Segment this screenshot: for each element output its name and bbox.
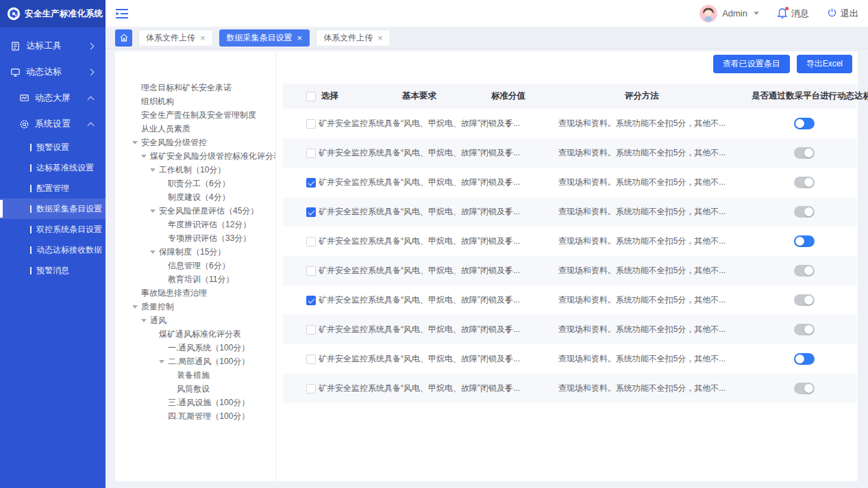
sidebar-item-standards-tools[interactable]: 达标工具 (0, 33, 106, 59)
dynamic-standard-toggle[interactable] (794, 206, 815, 218)
tree-expand-caret-icon[interactable] (132, 141, 141, 144)
tree-node[interactable]: 通风 (115, 313, 275, 327)
tab-close-icon[interactable]: × (297, 34, 303, 42)
tree-node[interactable]: 安全风险便是评估（45分） (115, 204, 275, 218)
dynamic-standard-toggle[interactable] (794, 147, 815, 159)
tab-close-icon[interactable]: × (377, 34, 383, 42)
select-all-checkbox[interactable] (306, 92, 316, 101)
tab-bar-tabs: 体系文件上传×数据采集条目设置×体系文件上传× (138, 29, 390, 47)
sidebar-item-system-settings[interactable]: 系统设置 (0, 111, 106, 137)
home-button[interactable] (115, 29, 132, 47)
row-checkbox[interactable] (306, 384, 316, 394)
cell-score: 6 (484, 119, 532, 129)
sidebar-subitem-4[interactable]: 数据采集条目设置 (0, 198, 106, 219)
tree-node[interactable]: 质量控制 (115, 300, 275, 313)
row-checkbox[interactable] (306, 149, 316, 158)
sidebar-item-dynamic-standards[interactable]: 动态达标 (0, 59, 106, 85)
tab-3[interactable]: 体系文件上传× (316, 29, 390, 47)
sidebar-subitem-7[interactable]: 预警消息 (0, 260, 106, 281)
tree-node[interactable]: 理念目标和矿长安全承诺 (115, 81, 275, 94)
sidebar-subitem-1[interactable]: 预警设置 (0, 137, 106, 157)
row-checkbox[interactable] (306, 119, 316, 129)
row-checkbox[interactable] (306, 296, 316, 305)
dynamic-standard-toggle[interactable] (794, 353, 815, 365)
tree-expand-caret-icon[interactable] (159, 360, 168, 363)
tree-expand-caret-icon[interactable] (150, 168, 159, 172)
tree-node[interactable]: 风筒敷设 (115, 382, 275, 396)
sidebar-subitem-5[interactable]: 双控系统条目设置 (0, 219, 106, 240)
sidebar-item-label: 动态大屏 (35, 92, 71, 104)
dynamic-standard-toggle[interactable] (794, 265, 815, 277)
user-menu[interactable]: Admin (699, 5, 759, 23)
tree-node[interactable]: 安全风险分级管控 (115, 136, 275, 149)
tree-node[interactable]: 装备措施 (115, 368, 275, 382)
power-icon (827, 8, 837, 20)
tree-node-label: 专项辨识评估（33分） (168, 233, 251, 244)
tree-node[interactable]: 信息管理（6分） (115, 259, 275, 272)
tree-node[interactable]: 专项辨识评估（33分） (115, 231, 275, 245)
dynamic-standard-toggle[interactable] (794, 118, 815, 129)
row-checkbox[interactable] (306, 266, 316, 276)
tree-expand-caret-icon[interactable] (132, 305, 141, 309)
cell-score: 6 (484, 178, 532, 188)
avatar (699, 5, 717, 23)
dynamic-standard-toggle[interactable] (794, 235, 815, 247)
dynamic-standard-toggle[interactable] (794, 294, 815, 306)
tree-node[interactable]: 职责分工（6分） (115, 177, 275, 190)
tree-node[interactable]: 事故隐患排查治理 (115, 286, 275, 300)
tab-1[interactable]: 体系文件上传× (138, 29, 213, 47)
row-checkbox[interactable] (306, 207, 316, 217)
cell-method: 查现场和资料。系统功能不全扣5分，其他不... (532, 265, 752, 277)
tree-expand-caret-icon[interactable] (150, 209, 159, 213)
sidebar-item-dynamic-bigscreen[interactable]: 动态大屏 (0, 85, 106, 111)
tree-node[interactable]: 保障制度（15分） (115, 245, 275, 259)
tree-node[interactable]: 二.局部通风（100分） (115, 355, 275, 368)
tree-node[interactable]: 一.通风系统（100分） (115, 341, 275, 355)
row-checkbox[interactable] (306, 355, 316, 364)
tree-expand-caret-icon[interactable] (150, 251, 159, 254)
row-checkbox[interactable] (306, 325, 316, 335)
tree-expand-caret-icon[interactable] (141, 319, 150, 322)
sidebar: 安全生产标准化系统 达标工具 (0, 0, 106, 488)
sidebar-subitem-6[interactable]: 动态达标接收数据 (0, 240, 106, 260)
tree-node-label: 风筒敷设 (177, 383, 210, 395)
tree-node[interactable]: 工作机制（10分） (115, 163, 275, 177)
tree-node[interactable]: 组织机构 (115, 94, 275, 108)
tree-node-label: 安全风险便是评估（45分） (159, 205, 258, 217)
tree-node-label: 从业人员素质 (141, 123, 190, 135)
tree-node[interactable]: 教育培训（11分） (115, 272, 275, 286)
sidebar-subitem-3[interactable]: 配置管理 (0, 178, 106, 198)
tree-node-label: 年度辨识评估（12分） (168, 219, 251, 231)
dynamic-standard-toggle[interactable] (794, 383, 815, 394)
table-body: 矿井安全监控系统具备“风电、甲烷电、故障”闭锁及手...6查现场和资料。系统功能… (283, 109, 857, 403)
sidebar-subitem-2[interactable]: 达标基准线设置 (0, 157, 106, 178)
logout-button[interactable]: 退出 (827, 8, 858, 20)
export-excel-button[interactable]: 导出Excel (797, 55, 852, 73)
tree-node-label: 组织机构 (141, 96, 174, 107)
row-checkbox[interactable] (306, 178, 316, 188)
view-set-items-button[interactable]: 查看已设置条目 (713, 55, 790, 73)
tree-node[interactable]: 四.瓦斯管理（100分） (115, 409, 275, 423)
cell-method: 查现场和资料。系统功能不全扣5分，其他不... (532, 235, 752, 247)
dynamic-standard-toggle[interactable] (794, 324, 815, 335)
tree-node[interactable]: 从业人员素质 (115, 122, 275, 136)
tab-close-icon[interactable]: × (200, 34, 206, 42)
tab-2[interactable]: 数据采集条目设置× (219, 29, 310, 47)
tree-node[interactable]: 煤矿通风标准化评分表 (115, 327, 275, 341)
tree-node[interactable]: 制度建设（4分） (115, 190, 275, 204)
app-title: 安全生产标准化系统 (25, 8, 103, 20)
messages-label: 消息 (791, 8, 809, 20)
tree-node[interactable]: 年度辨识评估（12分） (115, 218, 275, 231)
header-select-label: 选择 (321, 90, 338, 102)
messages-button[interactable]: 消息 (777, 8, 809, 20)
tree-expand-caret-icon[interactable] (141, 155, 150, 158)
bell-icon (777, 8, 788, 19)
collapse-sidebar-icon[interactable] (115, 8, 129, 19)
tree-node[interactable]: 安全生产责任制及安全管理制度 (115, 108, 275, 122)
tree-node-label: 教育培训（11分） (168, 274, 234, 285)
row-checkbox[interactable] (306, 237, 316, 246)
tree-node[interactable]: 煤矿安全风险分级管控标准化评分表 (115, 149, 275, 163)
tree-node[interactable]: 三.通风设施（100分） (115, 396, 275, 409)
dynamic-standard-toggle[interactable] (794, 177, 815, 188)
subitem-label: 达标基准线设置 (36, 162, 94, 174)
